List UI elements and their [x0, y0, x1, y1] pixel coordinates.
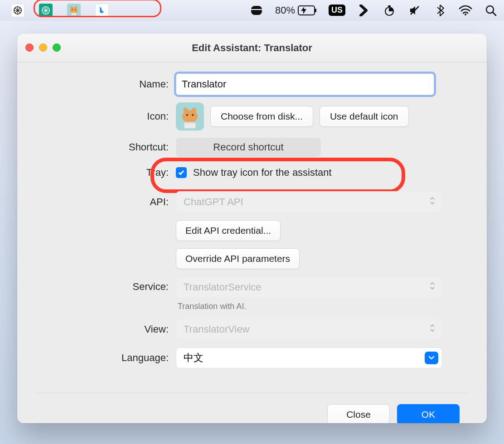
- close-window-button[interactable]: [25, 43, 34, 52]
- api-select[interactable]: ChatGPT API: [176, 191, 442, 213]
- label-api: API:: [44, 196, 176, 208]
- zoom-window-button[interactable]: [53, 43, 61, 52]
- edit-assistant-window: Edit Assistant: Translator Name: Icon: C…: [17, 34, 487, 423]
- close-button[interactable]: Close: [327, 404, 390, 423]
- label-service: Service:: [44, 276, 176, 293]
- svg-rect-24: [184, 122, 196, 123]
- updown-caret-icon: [429, 323, 436, 335]
- label-icon: Icon:: [44, 111, 176, 122]
- mute-icon[interactable]: [408, 4, 422, 17]
- row-shortcut: Shortcut: Record shortcut: [44, 138, 460, 157]
- dialog-footer: Close OK: [17, 404, 487, 423]
- svg-point-21: [186, 114, 188, 116]
- dropdown-chip-icon: [425, 352, 438, 364]
- airpods-case-icon[interactable]: [250, 4, 263, 17]
- window-titlebar: Edit Assistant: Translator: [17, 34, 487, 63]
- row-name: Name:: [44, 73, 460, 95]
- svg-rect-11: [315, 9, 316, 12]
- label-tray: Tray:: [44, 167, 176, 179]
- label-language: Language:: [44, 352, 176, 364]
- label-view: View:: [44, 323, 176, 335]
- svg-point-15: [465, 14, 466, 15]
- battery-percent-text: 80%: [275, 5, 295, 16]
- language-select[interactable]: 中文: [176, 347, 442, 368]
- svg-point-6: [75, 9, 76, 10]
- svg-point-4: [70, 7, 78, 14]
- window-title: Edit Assistant: Translator: [17, 42, 487, 54]
- bluetooth-icon[interactable]: [433, 4, 447, 17]
- record-shortcut-label: Record shortcut: [213, 141, 283, 153]
- label-name: Name:: [44, 78, 176, 90]
- row-icon: Icon: Choose from disk... Use default ic…: [44, 102, 460, 130]
- updown-caret-icon: [429, 196, 436, 208]
- form-body: Name: Icon: Choose from disk... Use defa…: [17, 63, 487, 385]
- choose-from-disk-button[interactable]: Choose from disk...: [210, 106, 313, 127]
- stopwatch-icon[interactable]: [383, 4, 396, 17]
- language-select-value: 中文: [184, 351, 204, 365]
- macos-menubar: 80% US: [0, 0, 504, 21]
- api-select-value: ChatGPT API: [184, 196, 243, 208]
- svg-point-22: [192, 114, 194, 116]
- row-service: Service: TranslatorService Translation w…: [44, 276, 460, 311]
- row-api-buttons-2: Override API parameters: [44, 248, 460, 269]
- menubar-status-right: 80% US: [250, 4, 498, 17]
- row-language: Language: 中文: [44, 347, 460, 368]
- service-select-value: TranslatorService: [184, 281, 262, 293]
- svg-rect-8: [251, 6, 262, 15]
- search-icon[interactable]: [484, 4, 498, 17]
- view-select-value: TranslatorView: [184, 323, 250, 335]
- window-traffic-lights: [25, 43, 61, 52]
- chevron-right-bold-icon[interactable]: [357, 4, 371, 17]
- svg-rect-9: [251, 9, 262, 10]
- assistant-icon-preview: [176, 102, 204, 130]
- record-shortcut-button[interactable]: Record shortcut: [176, 138, 321, 157]
- view-select[interactable]: TranslatorView: [176, 319, 442, 340]
- service-caption: Translation with AI.: [176, 302, 246, 311]
- tray-icon-openai-green[interactable]: [39, 4, 53, 17]
- row-view: View: TranslatorView: [44, 319, 460, 340]
- svg-point-20: [182, 110, 198, 123]
- svg-point-5: [72, 9, 73, 10]
- svg-rect-10: [298, 6, 315, 15]
- use-default-icon-button[interactable]: Use default icon: [320, 106, 409, 127]
- wifi-icon[interactable]: [459, 4, 472, 17]
- row-tray: Tray: Show tray icon for the assistant: [44, 167, 460, 179]
- tray-icon-bing[interactable]: [95, 4, 109, 17]
- label-shortcut: Shortcut:: [44, 141, 176, 153]
- minimize-window-button[interactable]: [39, 43, 47, 52]
- row-api-buttons-1: Edit API credential...: [44, 220, 460, 241]
- svg-line-17: [493, 12, 496, 15]
- tray-checkbox[interactable]: [176, 167, 187, 178]
- tray-icon-openai-white[interactable]: [11, 4, 24, 17]
- menubar-tray-icons: [6, 3, 113, 18]
- tray-icon-hamster[interactable]: [67, 4, 81, 17]
- tray-checkbox-label: Show tray icon for the assistant: [193, 167, 332, 179]
- updown-caret-icon: [429, 281, 436, 293]
- svg-rect-7: [72, 13, 77, 15]
- svg-rect-13: [388, 5, 391, 7]
- input-source-badge[interactable]: US: [329, 5, 345, 16]
- ok-button[interactable]: OK: [397, 404, 460, 423]
- battery-status[interactable]: 80%: [275, 5, 317, 16]
- service-select[interactable]: TranslatorService: [176, 276, 442, 298]
- separator: [35, 393, 469, 393]
- edit-api-credential-button[interactable]: Edit API credential...: [176, 220, 281, 241]
- name-input[interactable]: [176, 73, 434, 95]
- override-api-parameters-button[interactable]: Override API parameters: [176, 248, 300, 269]
- row-api: API: ChatGPT API: [44, 191, 460, 213]
